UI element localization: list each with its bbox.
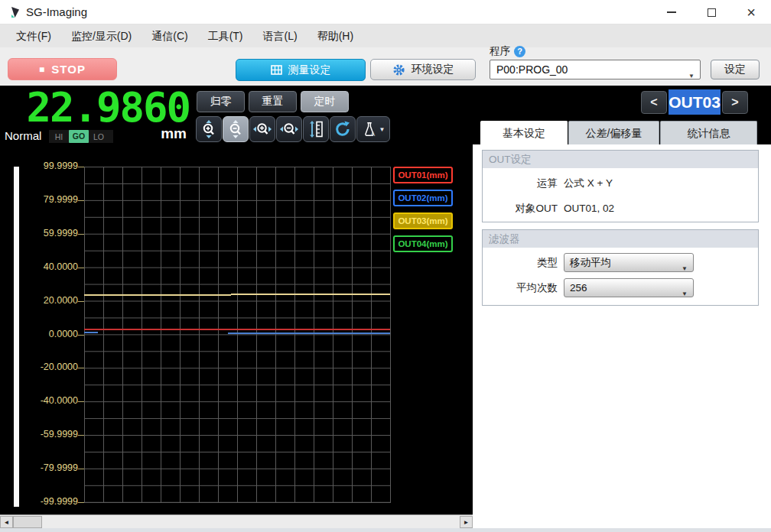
chevron-down-icon: ▼ <box>379 126 386 133</box>
zoom-out-vertical-button[interactable] <box>223 116 249 142</box>
y-axis-tick-label: -20.0000 <box>23 362 78 372</box>
magnifier-minus-vertical-icon <box>226 119 245 139</box>
display-mode-button[interactable]: A ▼ <box>356 116 390 142</box>
y-axis-tickmark <box>78 469 84 469</box>
out-next-button[interactable]: > <box>722 91 748 114</box>
zoom-in-vertical-button[interactable] <box>196 116 222 142</box>
average-count-row: 平均次数 256 ▼ <box>483 278 758 297</box>
target-out-row: 对象OUT OUT01, 02 <box>483 199 758 218</box>
y-axis-tick-label: 20.0000 <box>23 295 78 306</box>
filter-type-row: 类型 移动平均 ▼ <box>483 253 758 272</box>
measurement-unit: mm <box>150 125 187 142</box>
env-setup-button[interactable]: 环境设定 <box>370 59 476 80</box>
y-axis-tick-label: -59.9999 <box>23 429 78 440</box>
y-axis-tick-label: -99.9999 <box>23 496 78 507</box>
y-axis-tick-label: -40.0000 <box>23 395 78 406</box>
filter-type-label: 类型 <box>490 253 558 272</box>
program-label-text: 程序 <box>490 44 510 58</box>
window-controls: × <box>652 0 771 24</box>
vertical-arrow-ruler-icon <box>307 120 325 138</box>
y-axis-tickmark <box>78 268 84 268</box>
scroll-left-icon: ◄ <box>4 519 10 526</box>
chevron-down-icon: ▼ <box>682 285 688 303</box>
scroll-right-button[interactable]: ► <box>460 516 473 528</box>
legend-OUT01(mm)[interactable]: OUT01(mm) <box>393 167 453 183</box>
tab-tolerance-offset[interactable]: 公差/偏移量 <box>568 121 659 144</box>
app-logo-icon <box>9 6 21 18</box>
y-axis-tickmark <box>78 502 84 503</box>
y-axis-tickmark <box>78 435 84 436</box>
tab-basic-settings[interactable]: 基本设定 <box>480 121 568 144</box>
legend-OUT03(mm)[interactable]: OUT03(mm) <box>393 212 453 229</box>
close-button[interactable]: × <box>731 0 771 24</box>
out-prev-button[interactable]: < <box>641 91 667 114</box>
timer-button[interactable]: 定时 <box>301 91 349 112</box>
scroll-left-button[interactable]: ◄ <box>0 516 13 528</box>
app-window: SG-Imaging × 文件(F) 监控/显示(D) 通信(C) 工具(T) … <box>0 0 771 532</box>
menu-language[interactable]: 语言(L) <box>253 24 307 47</box>
operation-value: 公式 X + Y <box>564 174 613 193</box>
measurement-value: 22.9860 <box>23 86 190 130</box>
target-out-label: 对象OUT <box>490 199 558 218</box>
magnifier-plus-vertical-icon <box>200 119 218 139</box>
series-OUT02(mm) <box>228 332 390 334</box>
close-icon: × <box>747 5 756 20</box>
fit-vertical-scale-button[interactable] <box>303 116 329 142</box>
set-label: 设定 <box>724 63 746 76</box>
program-dropdown[interactable]: P00:PROG_00 ▼ <box>490 60 701 79</box>
chevron-left-icon: < <box>650 96 657 109</box>
y-axis-tick-label: 40.0000 <box>23 261 78 272</box>
minimize-icon <box>667 11 676 13</box>
zoom-out-horizontal-button[interactable] <box>276 116 302 142</box>
scrollbar-thumb[interactable] <box>13 516 42 528</box>
y-axis-tickmark <box>78 167 84 167</box>
y-axis-tick-label: 99.9999 <box>23 161 78 171</box>
gear-icon <box>392 63 405 76</box>
set-button[interactable]: 设定 <box>711 60 760 79</box>
grid-icon <box>271 65 282 75</box>
refresh-icon <box>333 120 352 138</box>
series-OUT03(mm) <box>231 294 390 295</box>
average-count-value: 256 <box>570 282 587 294</box>
out-settings-title: OUT设定 <box>483 151 758 168</box>
measure-setup-label: 测量设定 <box>288 63 331 77</box>
plot-area <box>84 167 391 503</box>
chart-horizontal-scrollbar[interactable]: ◄ ► <box>0 514 473 528</box>
svg-text:A: A <box>370 131 375 138</box>
filter-type-dropdown[interactable]: 移动平均 ▼ <box>564 253 694 272</box>
menu-help[interactable]: 帮助(H) <box>307 24 363 47</box>
menu-file[interactable]: 文件(F) <box>6 24 61 47</box>
legend-OUT04(mm)[interactable]: OUT04(mm) <box>393 235 453 252</box>
zoom-in-horizontal-button[interactable] <box>249 116 275 142</box>
measure-setup-button[interactable]: 测量设定 <box>236 59 366 81</box>
help-icon[interactable]: ? <box>514 46 525 57</box>
average-count-dropdown[interactable]: 256 ▼ <box>564 278 694 297</box>
filter-type-value: 移动平均 <box>570 257 611 268</box>
y-axis-tickmark <box>78 200 84 201</box>
maximize-icon <box>708 8 716 17</box>
bottom-strip <box>0 528 771 532</box>
tab-statistics[interactable]: 统计信息 <box>660 121 757 144</box>
y-axis-tickmark <box>78 301 84 302</box>
chart-vertical-scrollbar[interactable] <box>14 167 19 507</box>
y-axis-tick-label: 0.0000 <box>23 329 78 339</box>
menu-communication[interactable]: 通信(C) <box>142 24 197 47</box>
zero-button[interactable]: 归零 <box>197 91 245 112</box>
stop-button[interactable]: ■ STOP <box>8 58 117 80</box>
settings-panel: OUT设定 运算 公式 X + Y 对象OUT OUT01, 02 滤波器 类型… <box>473 144 771 528</box>
minimize-button[interactable] <box>652 0 691 24</box>
filter-group: 滤波器 类型 移动平均 ▼ 平均次数 256 ▼ <box>482 229 759 306</box>
legend-OUT02(mm)[interactable]: OUT02(mm) <box>393 190 453 206</box>
menu-monitor-display[interactable]: 监控/显示(D) <box>61 24 142 47</box>
series-OUT02(mm) <box>84 332 98 333</box>
reset-button[interactable]: 重置 <box>249 91 297 112</box>
judgement-hi: HI <box>49 132 69 141</box>
out-settings-group: OUT设定 运算 公式 X + Y 对象OUT OUT01, 02 <box>482 150 759 222</box>
out-current-field[interactable]: OUT03 <box>669 89 721 115</box>
target-out-value: OUT01, 02 <box>564 199 614 218</box>
refresh-button[interactable] <box>330 116 356 142</box>
menu-tools[interactable]: 工具(T) <box>198 24 253 47</box>
program-dropdown-value: P00:PROG_00 <box>496 63 568 76</box>
chevron-down-icon: ▼ <box>682 260 688 277</box>
maximize-button[interactable] <box>691 0 731 24</box>
